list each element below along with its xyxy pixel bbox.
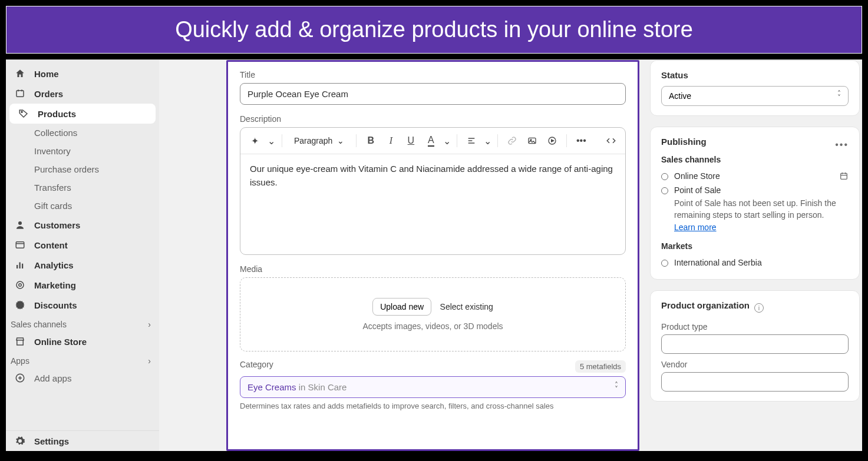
- nav-analytics[interactable]: Analytics: [6, 255, 159, 275]
- category-label: Category: [240, 360, 273, 369]
- product-type-label: Product type: [661, 322, 849, 331]
- nav-marketing[interactable]: Marketing: [6, 275, 159, 295]
- paragraph-style-select[interactable]: Paragraph ⌄: [288, 134, 350, 148]
- description-label: Description: [240, 114, 626, 124]
- circle-icon: [661, 187, 668, 194]
- target-icon: [14, 279, 26, 291]
- category-hint: Determines tax rates and adds metafields…: [240, 402, 626, 410]
- svg-rect-13: [841, 173, 847, 179]
- orders-icon: [14, 88, 26, 100]
- status-heading: Status: [661, 70, 849, 80]
- svg-point-7: [16, 281, 24, 288]
- title-label: Title: [240, 70, 626, 79]
- code-view-button[interactable]: [603, 132, 619, 149]
- tag-icon: [18, 108, 29, 120]
- svg-point-1: [21, 111, 22, 112]
- product-organization-card: Product organization i Product type Vend…: [650, 290, 860, 402]
- nav-gift-cards[interactable]: Gift cards: [6, 197, 159, 215]
- home-icon: [14, 68, 26, 79]
- svg-rect-4: [16, 265, 18, 268]
- status-select[interactable]: Active ˄˅: [661, 86, 849, 106]
- description-textarea[interactable]: Our unique eye-cream with Vitamin C and …: [240, 154, 625, 254]
- nav-transfers[interactable]: Transfers: [6, 178, 159, 197]
- gear-icon: [14, 435, 26, 447]
- product-org-heading: Product organization: [661, 300, 750, 310]
- svg-point-2: [18, 221, 22, 225]
- video-button[interactable]: [544, 132, 560, 149]
- link-button[interactable]: [504, 132, 520, 149]
- market-row: International and Serbia: [661, 256, 849, 270]
- store-icon: [14, 336, 26, 347]
- nav-content[interactable]: Content: [6, 235, 159, 255]
- person-icon: [14, 219, 26, 231]
- bold-button[interactable]: B: [362, 132, 379, 149]
- text-color-button[interactable]: A: [423, 132, 439, 149]
- nav-products[interactable]: Products: [9, 104, 156, 124]
- info-icon[interactable]: i: [754, 303, 764, 313]
- svg-rect-0: [16, 91, 24, 97]
- more-button[interactable]: •••: [573, 132, 589, 149]
- apps-header[interactable]: Apps ›: [6, 351, 159, 368]
- nav-settings[interactable]: Settings: [6, 431, 159, 451]
- right-column: Status Active ˄˅ Publishing ••• Sales ch…: [650, 60, 860, 451]
- select-existing-link[interactable]: Select existing: [440, 302, 493, 311]
- media-dropzone[interactable]: Upload new Select existing Accepts image…: [240, 277, 626, 351]
- nav-collections[interactable]: Collections: [6, 124, 159, 142]
- editor-toolbar: ✦ ⌄ Paragraph ⌄ B I U A ⌄: [240, 128, 625, 154]
- learn-more-link[interactable]: Learn more: [674, 223, 717, 232]
- publishing-card: Publishing ••• Sales channels Online Sto…: [650, 127, 860, 280]
- nav-home[interactable]: Home: [6, 64, 159, 84]
- nav-orders[interactable]: Orders: [6, 84, 159, 104]
- channel-online-store: Online Store: [661, 169, 849, 183]
- discount-icon: [14, 299, 26, 311]
- category-select[interactable]: Eye Creams in Skin Care ˄˅: [240, 376, 626, 398]
- nav-purchase-orders[interactable]: Purchase orders: [6, 160, 159, 178]
- nav-home-label: Home: [34, 69, 59, 79]
- updown-icon: ˄˅: [837, 92, 841, 100]
- pos-hint: Point of Sale has not been set up. Finis…: [661, 197, 849, 221]
- image-button[interactable]: [524, 132, 540, 149]
- metafields-badge[interactable]: 5 metafields: [575, 360, 626, 373]
- chevron-down-icon[interactable]: ⌄: [266, 132, 276, 149]
- chevron-right-icon: ›: [148, 320, 151, 329]
- nav-online-store[interactable]: Online Store: [6, 331, 159, 351]
- markets-label: Markets: [661, 241, 849, 251]
- nav-add-apps[interactable]: Add apps: [6, 368, 159, 388]
- media-label: Media: [240, 264, 626, 274]
- ai-magic-button[interactable]: ✦: [246, 132, 263, 149]
- sales-channels-header[interactable]: Sales channels ›: [6, 315, 159, 331]
- nav-customers[interactable]: Customers: [6, 215, 159, 235]
- chevron-down-icon[interactable]: ⌄: [483, 132, 491, 149]
- circle-icon: [661, 260, 668, 267]
- nav-products-label: Products: [38, 109, 76, 119]
- chevron-down-icon[interactable]: ⌄: [443, 132, 451, 149]
- italic-button[interactable]: I: [382, 132, 399, 149]
- calendar-icon[interactable]: [839, 171, 849, 181]
- bar-chart-icon: [14, 259, 26, 271]
- sales-channels-label: Sales channels: [661, 155, 849, 164]
- plus-circle-icon: [14, 372, 26, 384]
- circle-icon: [661, 173, 668, 180]
- media-hint: Accepts images, videos, or 3D models: [246, 321, 619, 331]
- channel-pos: Point of Sale: [661, 183, 849, 197]
- vendor-input[interactable]: [661, 372, 849, 392]
- product-form-card: Title Description ✦ ⌄ Paragraph ⌄ B: [226, 60, 639, 451]
- upload-new-button[interactable]: Upload new: [372, 298, 431, 316]
- title-input[interactable]: [240, 83, 626, 105]
- nav-orders-label: Orders: [34, 89, 63, 99]
- svg-point-8: [19, 284, 22, 287]
- svg-rect-3: [16, 242, 24, 248]
- publishing-heading: Publishing: [661, 137, 707, 147]
- nav-discounts[interactable]: Discounts: [6, 295, 159, 315]
- underline-button[interactable]: U: [402, 132, 419, 149]
- nav-inventory[interactable]: Inventory: [6, 142, 159, 160]
- chevron-down-icon: ⌄: [337, 136, 344, 145]
- align-button[interactable]: [463, 132, 480, 149]
- sidebar: Home Orders Products Collections Invento…: [6, 60, 159, 451]
- chevron-right-icon: ›: [148, 356, 151, 366]
- content-icon: [14, 239, 26, 251]
- product-type-input[interactable]: [661, 334, 849, 354]
- page-banner: Quickly add & organize products in your …: [6, 6, 862, 54]
- updown-icon: ˄˅: [615, 383, 618, 392]
- more-menu-button[interactable]: •••: [835, 140, 849, 150]
